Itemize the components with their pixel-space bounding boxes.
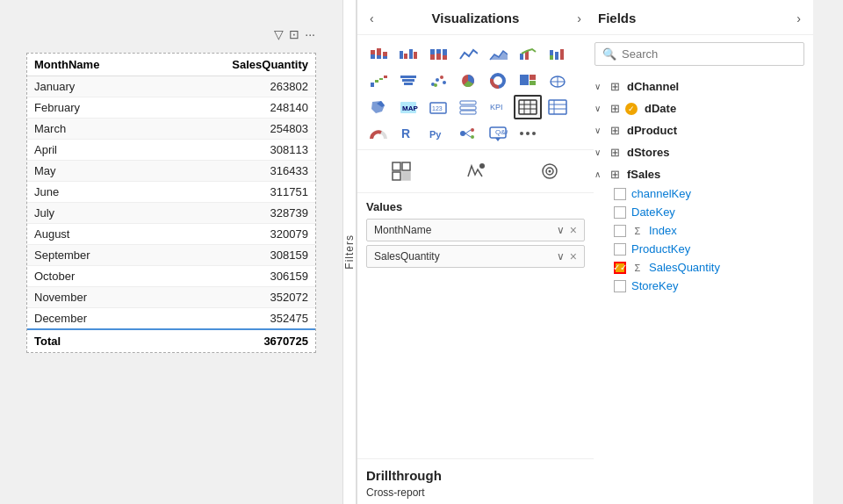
viz-icon-card[interactable]: 123 bbox=[424, 95, 452, 119]
svg-rect-27 bbox=[400, 76, 416, 78]
viz-expand-right[interactable]: › bbox=[577, 11, 581, 25]
viz-icon-waterfall[interactable] bbox=[364, 68, 393, 93]
field-chip-monthname-remove[interactable]: × bbox=[570, 223, 577, 237]
viz-icon-100-bar[interactable] bbox=[424, 42, 452, 67]
table-cell-month: July bbox=[27, 203, 162, 224]
productkey-name: ProductKey bbox=[631, 242, 690, 256]
table-cell-qty: 316433 bbox=[162, 161, 315, 182]
svg-rect-9 bbox=[414, 52, 417, 59]
svg-rect-78 bbox=[393, 172, 400, 180]
filters-tab[interactable]: Filters bbox=[343, 0, 357, 504]
field-group-dproduct-header[interactable]: ∨ ⊞ dProduct bbox=[586, 120, 813, 140]
viz-icon-more[interactable] bbox=[514, 121, 542, 146]
svg-rect-28 bbox=[402, 79, 414, 82]
svg-point-32 bbox=[440, 76, 443, 79]
search-input[interactable] bbox=[622, 47, 796, 61]
fields-panel: Fields › 🔍 ∨ ⊞ dChannel ∨ ⊞ ✓ dDate bbox=[585, 0, 813, 504]
viz-analytics-icon[interactable] bbox=[534, 157, 566, 185]
viz-icon-azure-map[interactable]: MAP bbox=[394, 95, 422, 119]
viz-icon-py-visual[interactable]: Py bbox=[424, 121, 452, 146]
viz-icon-gauge[interactable] bbox=[364, 121, 393, 146]
table-cell-qty: 320079 bbox=[162, 224, 315, 245]
field-chip-salesqty-dropdown[interactable]: ∨ bbox=[557, 250, 565, 263]
salesqty-check: ✓ bbox=[613, 263, 620, 272]
viz-icon-funnel[interactable] bbox=[394, 68, 422, 93]
fsales-chevron: ∧ bbox=[594, 169, 607, 179]
search-box[interactable]: 🔍 bbox=[594, 42, 804, 66]
svg-point-31 bbox=[436, 78, 439, 82]
viz-icon-table[interactable] bbox=[514, 95, 542, 119]
viz-collapse-left[interactable]: ‹ bbox=[370, 11, 374, 25]
dstores-chevron: ∨ bbox=[594, 148, 607, 157]
fsales-table-icon: ⊞ bbox=[610, 168, 620, 181]
viz-format-icon[interactable] bbox=[459, 157, 491, 185]
table-cell-month: November bbox=[27, 287, 162, 308]
viz-icon-clustered-bar[interactable] bbox=[394, 42, 422, 67]
filter-icon[interactable]: ▽ bbox=[274, 27, 284, 41]
viz-icon-donut[interactable] bbox=[484, 68, 512, 93]
index-checkbox[interactable] bbox=[614, 225, 626, 237]
viz-icon-multirow-card[interactable] bbox=[454, 95, 482, 119]
col-header-qty: SalesQuantity bbox=[162, 54, 315, 76]
viz-icon-ribbon[interactable] bbox=[544, 42, 572, 67]
field-item-channelkey: channelKey bbox=[586, 184, 813, 203]
salesqty-checkbox[interactable]: ✓ bbox=[614, 262, 626, 274]
fields-expand-right[interactable]: › bbox=[796, 11, 801, 25]
field-group-dproduct: ∨ ⊞ dProduct bbox=[586, 120, 813, 140]
field-group-dstores-header[interactable]: ∨ ⊞ dStores bbox=[586, 142, 813, 162]
field-chip-dropdown[interactable]: ∨ bbox=[557, 224, 565, 236]
ddate-table-icon: ⊞ bbox=[610, 102, 620, 115]
svg-rect-5 bbox=[383, 56, 387, 59]
table-cell-qty: 263802 bbox=[162, 76, 315, 97]
storekey-checkbox[interactable] bbox=[614, 280, 626, 292]
productkey-checkbox[interactable] bbox=[614, 243, 626, 256]
viz-icon-area[interactable] bbox=[484, 42, 512, 67]
table-cell-month: September bbox=[27, 245, 162, 266]
viz-icon-line[interactable] bbox=[454, 42, 482, 67]
svg-point-75 bbox=[532, 132, 536, 135]
viz-icon-line-clustered[interactable] bbox=[514, 42, 542, 67]
field-chip-salesqty-remove[interactable]: × bbox=[570, 249, 577, 263]
table-cell-month: February bbox=[27, 97, 162, 119]
drillthrough-label: Drillthrough bbox=[366, 468, 585, 483]
field-group-dchannel: ∨ ⊞ dChannel bbox=[586, 76, 813, 97]
more-icon[interactable]: ··· bbox=[305, 27, 315, 41]
storekey-name: StoreKey bbox=[631, 279, 678, 292]
datekey-checkbox[interactable] bbox=[614, 206, 626, 219]
filters-label: Filters bbox=[343, 234, 356, 270]
viz-icon-treemap[interactable] bbox=[514, 68, 542, 93]
viz-icon-kpi[interactable]: KPI bbox=[484, 95, 512, 119]
viz-icon-scatter[interactable] bbox=[424, 68, 452, 93]
table-cell-month: March bbox=[27, 119, 162, 140]
table-cell-month: January bbox=[27, 76, 162, 97]
viz-build-icon[interactable] bbox=[385, 157, 417, 185]
viz-icon-pie[interactable] bbox=[454, 68, 482, 93]
svg-line-66 bbox=[465, 130, 471, 133]
viz-icon-map[interactable] bbox=[544, 68, 572, 93]
field-group-dchannel-header[interactable]: ∨ ⊞ dChannel bbox=[586, 76, 813, 97]
svg-line-67 bbox=[465, 133, 471, 137]
viz-panel-title: Visualizations bbox=[432, 11, 520, 25]
table-cell-month: December bbox=[27, 308, 162, 330]
fields-list: ∨ ⊞ dChannel ∨ ⊞ ✓ dDate ∨ ⊞ dProduct bbox=[586, 73, 813, 504]
svg-rect-21 bbox=[555, 52, 558, 60]
field-group-ddate-header[interactable]: ∨ ⊞ ✓ dDate bbox=[586, 98, 813, 119]
values-section: Values MonthName ∨ × SalesQuantity ∨ × bbox=[357, 193, 594, 458]
svg-point-65 bbox=[460, 131, 465, 136]
svg-rect-7 bbox=[404, 54, 407, 59]
salesqty-sigma: Σ bbox=[631, 263, 644, 273]
viz-icon-filled-map[interactable] bbox=[364, 95, 393, 119]
index-name: Index bbox=[649, 224, 677, 237]
viz-icon-stacked-bar[interactable] bbox=[364, 42, 393, 67]
viz-icon-qa[interactable]: Q&A bbox=[484, 121, 512, 146]
channelkey-checkbox[interactable] bbox=[614, 188, 626, 200]
viz-icon-decomp-tree[interactable] bbox=[454, 121, 482, 146]
focus-icon[interactable]: ⊡ bbox=[289, 27, 299, 41]
field-group-fsales-header[interactable]: ∧ ⊞ fSales bbox=[586, 164, 813, 184]
dproduct-table-icon: ⊞ bbox=[610, 124, 620, 137]
viz-icon-r-visual[interactable]: R bbox=[394, 121, 422, 146]
field-item-productkey: ProductKey bbox=[586, 240, 813, 258]
dchannel-chevron: ∨ bbox=[594, 82, 607, 91]
viz-icon-matrix[interactable] bbox=[544, 95, 572, 119]
table-cell-qty: 352072 bbox=[162, 287, 315, 308]
